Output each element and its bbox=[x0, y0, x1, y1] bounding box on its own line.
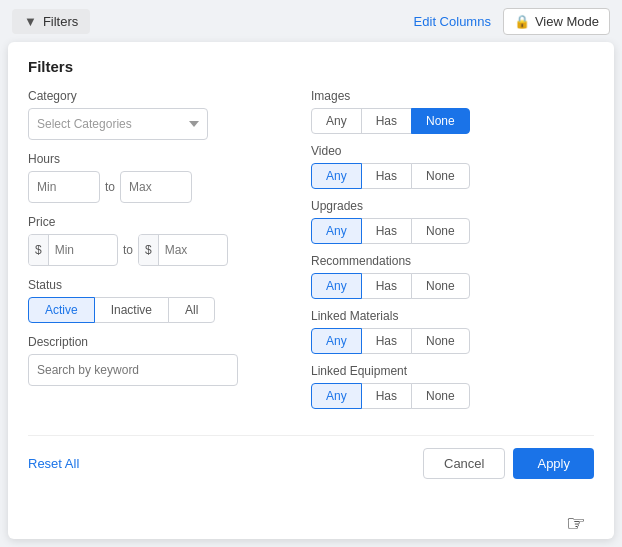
video-none-button[interactable]: None bbox=[411, 163, 470, 189]
filter-footer: Reset All Cancel Apply bbox=[28, 435, 594, 479]
status-inactive-button[interactable]: Inactive bbox=[94, 297, 169, 323]
price-min-input[interactable] bbox=[49, 235, 109, 265]
panel-title: Filters bbox=[28, 58, 594, 75]
price-max-symbol: $ bbox=[139, 235, 159, 265]
images-any-button[interactable]: Any bbox=[311, 108, 362, 134]
linked-materials-has-button[interactable]: Has bbox=[361, 328, 412, 354]
upgrades-any-button[interactable]: Any bbox=[311, 218, 362, 244]
filters-tab[interactable]: ▼ Filters bbox=[12, 9, 90, 34]
status-all-button[interactable]: All bbox=[168, 297, 215, 323]
category-select[interactable]: Select Categories bbox=[28, 108, 208, 140]
video-section: Video Any Has None bbox=[311, 144, 594, 189]
images-none-button[interactable]: None bbox=[411, 108, 470, 134]
recommendations-has-button[interactable]: Has bbox=[361, 273, 412, 299]
price-range-row: $ to $ bbox=[28, 234, 311, 266]
hours-min-input[interactable] bbox=[28, 171, 100, 203]
reset-all-button[interactable]: Reset All bbox=[28, 456, 79, 471]
hours-label: Hours bbox=[28, 152, 311, 166]
description-section: Description bbox=[28, 335, 311, 386]
description-label: Description bbox=[28, 335, 311, 349]
hours-max-input[interactable] bbox=[120, 171, 192, 203]
category-section: Category Select Categories bbox=[28, 89, 311, 140]
recommendations-none-button[interactable]: None bbox=[411, 273, 470, 299]
hours-to-label: to bbox=[105, 180, 115, 194]
hours-range-row: to bbox=[28, 171, 311, 203]
status-label: Status bbox=[28, 278, 311, 292]
footer-actions: Cancel Apply bbox=[423, 448, 594, 479]
filters-tab-label: Filters bbox=[43, 14, 78, 29]
images-section: Images Any Has None bbox=[311, 89, 594, 134]
price-max-wrap: $ bbox=[138, 234, 228, 266]
video-has-button[interactable]: Has bbox=[361, 163, 412, 189]
linked-materials-section: Linked Materials Any Has None bbox=[311, 309, 594, 354]
status-btn-group: Active Inactive All bbox=[28, 297, 311, 323]
hours-section: Hours to bbox=[28, 152, 311, 203]
edit-columns-button[interactable]: Edit Columns bbox=[414, 14, 491, 29]
video-label: Video bbox=[311, 144, 594, 158]
description-input[interactable] bbox=[28, 354, 238, 386]
upgrades-toggle-group: Any Has None bbox=[311, 218, 594, 244]
linked-equipment-toggle-group: Any Has None bbox=[311, 383, 594, 409]
right-column: Images Any Has None Video Any Has None U… bbox=[311, 89, 594, 419]
upgrades-none-button[interactable]: None bbox=[411, 218, 470, 244]
price-label: Price bbox=[28, 215, 311, 229]
linked-equipment-label: Linked Equipment bbox=[311, 364, 594, 378]
recommendations-section: Recommendations Any Has None bbox=[311, 254, 594, 299]
linked-materials-none-button[interactable]: None bbox=[411, 328, 470, 354]
price-min-symbol: $ bbox=[29, 235, 49, 265]
filter-icon: ▼ bbox=[24, 14, 37, 29]
video-toggle-group: Any Has None bbox=[311, 163, 594, 189]
recommendations-any-button[interactable]: Any bbox=[311, 273, 362, 299]
price-max-input[interactable] bbox=[159, 235, 219, 265]
video-any-button[interactable]: Any bbox=[311, 163, 362, 189]
top-bar: ▼ Filters Edit Columns 🔒 View Mode bbox=[0, 0, 622, 42]
images-toggle-group: Any Has None bbox=[311, 108, 594, 134]
images-label: Images bbox=[311, 89, 594, 103]
view-mode-button[interactable]: 🔒 View Mode bbox=[503, 8, 610, 35]
linked-equipment-none-button[interactable]: None bbox=[411, 383, 470, 409]
category-label: Category bbox=[28, 89, 311, 103]
linked-materials-label: Linked Materials bbox=[311, 309, 594, 323]
images-has-button[interactable]: Has bbox=[361, 108, 412, 134]
upgrades-label: Upgrades bbox=[311, 199, 594, 213]
price-to-label: to bbox=[123, 243, 133, 257]
linked-equipment-section: Linked Equipment Any Has None bbox=[311, 364, 594, 409]
left-column: Category Select Categories Hours to Pric… bbox=[28, 89, 311, 419]
linked-materials-any-button[interactable]: Any bbox=[311, 328, 362, 354]
upgrades-has-button[interactable]: Has bbox=[361, 218, 412, 244]
price-section: Price $ to $ bbox=[28, 215, 311, 266]
status-active-button[interactable]: Active bbox=[28, 297, 95, 323]
linked-materials-toggle-group: Any Has None bbox=[311, 328, 594, 354]
filter-panel: Filters Category Select Categories Hours… bbox=[8, 42, 614, 539]
apply-button[interactable]: Apply bbox=[513, 448, 594, 479]
recommendations-toggle-group: Any Has None bbox=[311, 273, 594, 299]
lock-icon: 🔒 bbox=[514, 14, 530, 29]
price-min-wrap: $ bbox=[28, 234, 118, 266]
upgrades-section: Upgrades Any Has None bbox=[311, 199, 594, 244]
cancel-button[interactable]: Cancel bbox=[423, 448, 505, 479]
top-bar-right: Edit Columns 🔒 View Mode bbox=[414, 8, 610, 35]
linked-equipment-has-button[interactable]: Has bbox=[361, 383, 412, 409]
filters-grid: Category Select Categories Hours to Pric… bbox=[28, 89, 594, 419]
linked-equipment-any-button[interactable]: Any bbox=[311, 383, 362, 409]
recommendations-label: Recommendations bbox=[311, 254, 594, 268]
status-section: Status Active Inactive All bbox=[28, 278, 311, 323]
